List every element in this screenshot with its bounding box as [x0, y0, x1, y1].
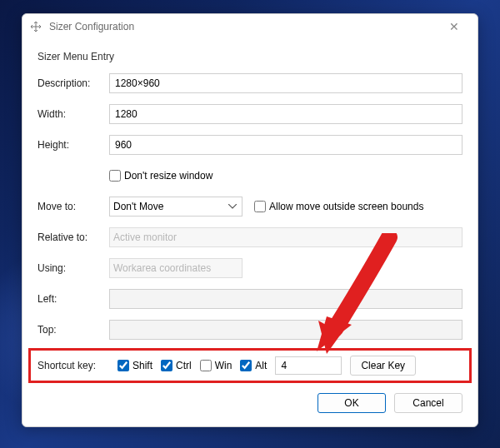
ok-button[interactable]: OK	[318, 393, 386, 413]
ctrl-box[interactable]	[161, 360, 172, 371]
win-checkbox[interactable]: Win	[200, 360, 232, 371]
height-label: Height:	[38, 139, 109, 151]
height-input[interactable]	[109, 135, 462, 155]
top-label: Top:	[38, 324, 109, 336]
allow-outside-box[interactable]	[254, 201, 266, 212]
titlebar: Sizer Configuration ✕	[22, 14, 478, 39]
dont-resize-box[interactable]	[109, 170, 121, 182]
width-label: Width:	[38, 108, 109, 120]
width-input[interactable]	[109, 104, 462, 124]
ctrl-checkbox[interactable]: Ctrl	[161, 360, 192, 371]
relativeto-select: Active monitor	[109, 227, 462, 247]
clear-key-button[interactable]: Clear Key	[350, 356, 416, 376]
using-label: Using:	[38, 262, 109, 274]
move-icon	[29, 20, 42, 33]
shift-checkbox[interactable]: Shift	[118, 360, 152, 371]
left-label: Left:	[38, 293, 109, 305]
alt-box[interactable]	[240, 360, 252, 371]
relativeto-label: Relative to:	[38, 231, 109, 243]
description-input[interactable]	[109, 73, 462, 93]
window-title: Sizer Configuration	[49, 21, 134, 32]
left-input	[109, 289, 462, 309]
group-label: Sizer Menu Entry	[38, 51, 462, 62]
close-icon[interactable]: ✕	[438, 20, 471, 33]
cancel-button[interactable]: Cancel	[394, 393, 462, 413]
description-label: Description:	[38, 77, 109, 89]
allow-outside-checkbox[interactable]: Allow move outside screen bounds	[254, 201, 423, 212]
sizer-config-window: Sizer Configuration ✕ Sizer Menu Entry D…	[22, 13, 478, 427]
alt-checkbox[interactable]: Alt	[240, 360, 267, 371]
dont-resize-checkbox[interactable]: Don't resize window	[109, 170, 212, 182]
shortcut-label: Shortcut key:	[38, 360, 109, 371]
top-input	[109, 320, 462, 340]
shift-box[interactable]	[118, 360, 129, 371]
moveto-select[interactable]: Don't Move	[109, 197, 242, 217]
using-select: Workarea coordinates	[109, 258, 242, 278]
moveto-label: Move to:	[38, 201, 109, 212]
win-box[interactable]	[200, 360, 212, 371]
shortcut-key-input[interactable]	[275, 356, 342, 375]
